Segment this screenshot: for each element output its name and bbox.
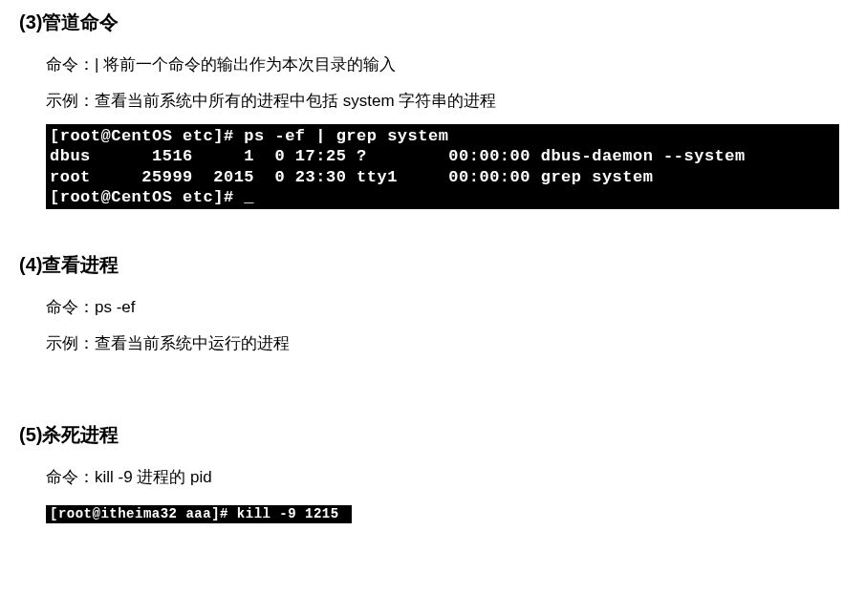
section-heading: (3)管道命令 [19,10,846,35]
section-body: 命令：| 将前一个命令的输出作为本次目录的输入 示例：查看当前系统中所有的进程中… [19,53,846,209]
section-kill-process: (5)杀死进程 命令：kill -9 进程的 pid [root@itheima… [19,422,846,523]
section-number: (4) [19,254,42,275]
command-line: 命令：ps -ef [46,295,846,320]
section-view-process: (4)查看进程 命令：ps -ef 示例：查看当前系统中运行的进程 [19,252,846,355]
section-body: 命令：ps -ef 示例：查看当前系统中运行的进程 [19,295,846,355]
section-title: 查看进程 [42,254,119,275]
command-line: 命令：| 将前一个命令的输出作为本次目录的输入 [46,53,846,77]
terminal-output: [root@itheima32 aaa]# kill -9 1215 [46,505,352,524]
section-title: 杀死进程 [42,424,119,445]
command-line: 命令：kill -9 进程的 pid [46,465,846,490]
example-line: 示例：查看当前系统中运行的进程 [46,331,846,356]
section-number: (5) [19,424,42,445]
section-body: 命令：kill -9 进程的 pid [root@itheima32 aaa]#… [19,465,846,523]
section-pipe-command: (3)管道命令 命令：| 将前一个命令的输出作为本次目录的输入 示例：查看当前系… [19,10,846,209]
section-heading: (5)杀死进程 [19,422,846,448]
section-number: (3) [19,11,42,32]
example-line: 示例：查看当前系统中所有的进程中包括 system 字符串的进程 [46,89,846,114]
terminal-output: [root@CentOS etc]# ps -ef | grep system … [46,124,839,209]
section-title: 管道命令 [42,11,119,32]
section-heading: (4)查看进程 [19,252,846,278]
